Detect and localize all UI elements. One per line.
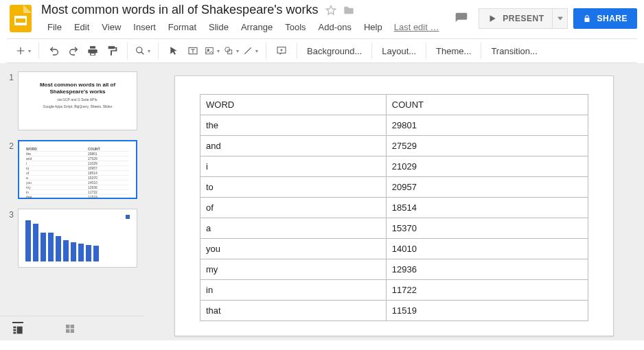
chart-bar [33, 224, 38, 261]
table-header-cell: WORD [200, 95, 387, 115]
shape-tool[interactable]: ▾ [222, 41, 241, 60]
table-cell: 21029 [386, 156, 588, 177]
table-cell: in [200, 280, 387, 301]
chevron-down-icon: ▾ [148, 48, 150, 54]
table-cell: the [200, 115, 387, 136]
table-cell: 11722 [386, 280, 588, 301]
chart-bar [93, 246, 99, 261]
chevron-down-icon: ▾ [28, 48, 31, 54]
thumb1-sub1: via GCP and G Suite APIs: [19, 97, 137, 102]
present-dropdown[interactable] [553, 8, 568, 29]
textbox-tool[interactable] [183, 41, 203, 60]
table-cell: you [200, 239, 387, 259]
table-row[interactable]: my12936 [200, 259, 588, 280]
table-row[interactable]: a15370 [200, 218, 588, 239]
svg-marker-5 [557, 17, 563, 21]
chart-bar [78, 244, 84, 261]
layout-button[interactable]: Layout... [375, 41, 423, 60]
folder-icon[interactable] [343, 5, 354, 16]
svg-rect-22 [71, 329, 74, 332]
slide-thumbnail-3[interactable] [18, 209, 137, 268]
chart-bar [25, 220, 31, 261]
table-row[interactable]: the29801 [200, 115, 588, 136]
thumbnail-panel: 1 Most common words in all of Shakespear… [0, 63, 144, 340]
table-cell: to [200, 177, 387, 198]
grid-view-button[interactable] [65, 323, 76, 334]
share-button[interactable]: SHARE [573, 8, 637, 29]
table-row[interactable]: that11519 [200, 301, 588, 321]
chevron-down-icon: ▾ [255, 48, 258, 54]
word-count-table[interactable]: WORDCOUNTthe29801and27529i21029to20957of… [200, 94, 588, 321]
svg-point-6 [137, 47, 142, 53]
undo-button[interactable] [45, 41, 64, 60]
star-icon[interactable] [325, 5, 336, 16]
table-row[interactable]: you14010 [200, 239, 588, 259]
share-label: SHARE [597, 14, 628, 23]
last-edit-link[interactable]: Last edit … [394, 22, 439, 32]
redo-button[interactable] [64, 41, 83, 60]
table-cell: 20957 [386, 177, 588, 198]
slides-app-icon[interactable] [7, 5, 34, 32]
chart-bar [41, 233, 46, 261]
legend-marker-icon [126, 215, 130, 219]
thumb1-sub2: Google Apps Script, BigQuery, Sheets, Sl… [19, 104, 137, 108]
comment-insert-button[interactable] [272, 41, 291, 60]
svg-rect-18 [17, 326, 23, 334]
thumb1-title: Most common words in all of Shakespeare'… [19, 82, 137, 95]
table-cell: 18514 [386, 198, 588, 218]
image-tool[interactable]: ▾ [203, 41, 222, 60]
paint-format-button[interactable] [102, 41, 122, 60]
menu-addons[interactable]: Add-ons [312, 20, 358, 34]
new-slide-button[interactable]: ▾ [14, 41, 33, 60]
comments-button[interactable] [450, 8, 473, 29]
table-cell: my [200, 259, 387, 280]
print-button[interactable] [83, 41, 102, 60]
table-cell: of [200, 198, 387, 218]
transition-button[interactable]: Transition... [484, 41, 544, 60]
menu-arrange[interactable]: Arrange [235, 20, 279, 34]
theme-button[interactable]: Theme... [429, 41, 478, 60]
chart-bar [63, 240, 69, 261]
canvas-area[interactable]: WORDCOUNTthe29801and27529i21029to20957of… [144, 63, 644, 340]
table-cell: i [200, 156, 387, 177]
filmstrip-view-button[interactable] [12, 322, 23, 336]
menu-edit[interactable]: Edit [68, 20, 95, 34]
table-cell: 12936 [386, 259, 588, 280]
present-button[interactable]: PRESENT [479, 8, 553, 29]
table-row[interactable]: i21029 [200, 156, 588, 177]
zoom-button[interactable]: ▾ [133, 41, 152, 60]
thumb-number: 3 [4, 209, 14, 220]
menu-format[interactable]: Format [162, 20, 203, 34]
svg-rect-16 [13, 329, 16, 331]
slide-thumbnail-2[interactable]: WORDCOUNTthe29801and27529i21029to20957of… [18, 140, 137, 199]
menu-slide[interactable]: Slide [203, 20, 235, 34]
menu-insert[interactable]: Insert [127, 20, 162, 34]
chart-bar [86, 245, 91, 261]
table-row[interactable]: to20957 [200, 177, 588, 198]
slide-thumbnail-1[interactable]: Most common words in all of Shakespeare'… [18, 71, 137, 130]
table-cell: a [200, 218, 387, 239]
svg-rect-19 [66, 325, 69, 328]
table-row[interactable]: in11722 [200, 280, 588, 301]
svg-rect-9 [206, 47, 214, 54]
line-tool[interactable]: ▾ [241, 41, 260, 60]
menu-view[interactable]: View [95, 20, 127, 34]
active-slide[interactable]: WORDCOUNTthe29801and27529i21029to20957of… [174, 75, 614, 336]
menu-file[interactable]: File [41, 20, 68, 34]
select-tool[interactable] [164, 41, 183, 60]
svg-rect-17 [13, 331, 16, 334]
table-cell: 27529 [386, 136, 588, 156]
menu-tools[interactable]: Tools [279, 20, 312, 34]
table-cell: 11519 [386, 301, 588, 321]
table-row[interactable]: of18514 [200, 198, 588, 218]
table-cell: 15370 [386, 218, 588, 239]
table-cell: and [200, 136, 387, 156]
toolbar: ▾ ▾ ▾ ▾ ▾ Background. [7, 38, 637, 63]
table-row[interactable]: and27529 [200, 136, 588, 156]
doc-title[interactable]: Most common words in all of Shakespeare'… [41, 3, 319, 17]
table-cell: 29801 [386, 115, 588, 136]
menu-help[interactable]: Help [358, 20, 389, 34]
background-button[interactable]: Background... [300, 41, 369, 60]
chart-bar [48, 233, 54, 261]
table-header-cell: COUNT [386, 95, 588, 115]
